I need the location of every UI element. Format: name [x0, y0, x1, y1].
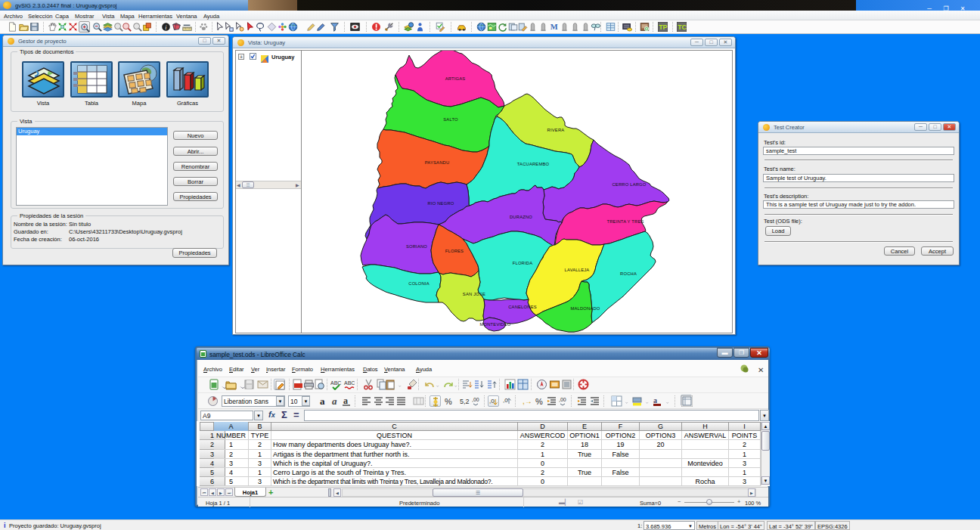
- svg-text:FLORES: FLORES: [445, 249, 464, 253]
- svg-text:a: a: [653, 396, 657, 404]
- svg-text:a: a: [343, 395, 348, 406]
- svg-text:FLORIDA: FLORIDA: [513, 261, 533, 265]
- svg-text:M: M: [550, 23, 558, 31]
- svg-text:ROCHA: ROCHA: [620, 271, 637, 276]
- svg-text:COLONIA: COLONIA: [408, 281, 430, 286]
- svg-text:LAVALLEJA: LAVALLEJA: [565, 268, 590, 272]
- svg-text:DURAZNO: DURAZNO: [510, 215, 532, 219]
- svg-text:MONTEVIDEO: MONTEVIDEO: [480, 322, 511, 327]
- svg-text:i: i: [165, 24, 166, 31]
- svg-text:MALDONADO: MALDONADO: [570, 306, 600, 311]
- svg-text:5,2: 5,2: [460, 398, 470, 405]
- svg-text:TC: TC: [678, 23, 687, 31]
- svg-text:,→: ,→: [523, 397, 532, 405]
- svg-text:SORIANO: SORIANO: [406, 244, 427, 249]
- svg-text:SALTO: SALTO: [443, 117, 458, 122]
- svg-text:,00: ,00: [472, 397, 479, 402]
- svg-text:CANELONES: CANELONES: [508, 305, 537, 309]
- svg-text:RIO NEGRO: RIO NEGRO: [428, 201, 454, 206]
- svg-text:%: %: [535, 397, 543, 406]
- svg-text:RIVERA: RIVERA: [547, 128, 565, 132]
- svg-text:PAYSANDU: PAYSANDU: [425, 160, 450, 165]
- svg-text:a: a: [320, 395, 325, 407]
- svg-text:SAN JOSE: SAN JOSE: [463, 292, 485, 296]
- svg-text:TP: TP: [659, 23, 667, 31]
- svg-text:ABC: ABC: [330, 380, 341, 386]
- svg-text:a: a: [332, 395, 337, 407]
- svg-text:TREINTA Y TRES: TREINTA Y TRES: [606, 219, 644, 224]
- svg-text:%: %: [445, 397, 452, 406]
- svg-text:TACUAREMBO: TACUAREMBO: [517, 162, 550, 166]
- svg-text:ABC: ABC: [344, 380, 355, 386]
- svg-text:ARTIGAS: ARTIGAS: [445, 76, 466, 81]
- svg-text:,00: ,00: [559, 397, 566, 402]
- svg-text:CERRO LARGO: CERRO LARGO: [612, 182, 646, 187]
